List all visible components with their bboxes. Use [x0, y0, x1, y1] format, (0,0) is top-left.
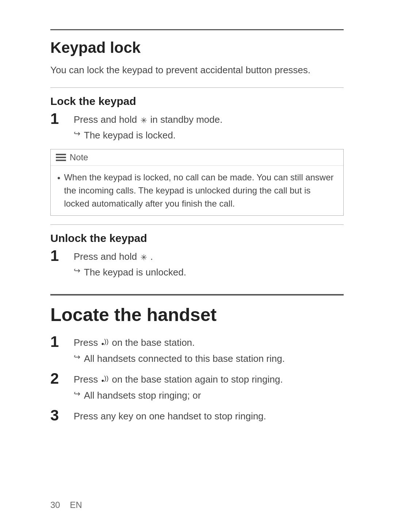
- note-body: • When the keypad is locked, no call can…: [51, 166, 343, 215]
- paging-icon-2: •)): [101, 373, 109, 387]
- locate-step-1-content: Press •)) on the base station. ↪ All han…: [74, 336, 344, 366]
- lock-keypad-subtitle: Lock the keypad: [50, 95, 344, 107]
- lock-subsection-rule: [50, 87, 344, 88]
- locate-step-3-content: Press any key on one handset to stop rin…: [74, 409, 344, 423]
- lock-step-1-row: 1 Press and hold ✳ in standby mode. ↪ Th…: [50, 113, 344, 142]
- language-label: EN: [70, 500, 82, 510]
- locate-step-3-row: 3 Press any key on one handset to stop r…: [50, 409, 344, 423]
- page-footer: 30 EN: [50, 500, 82, 510]
- keypad-lock-title: Keypad lock: [50, 39, 344, 56]
- locate-step-1-number: 1: [50, 334, 68, 349]
- locate-step-2-result-arrow: ↪: [74, 389, 80, 399]
- star-lock-icon: ✳: [140, 114, 147, 126]
- locate-step-1-result-arrow: ↪: [74, 352, 80, 362]
- footer-separator: [62, 500, 67, 510]
- note-label: Note: [70, 152, 88, 163]
- note-lines-icon: [56, 154, 66, 161]
- keypad-lock-description: You can lock the keypad to prevent accid…: [50, 63, 344, 77]
- top-rule: [50, 29, 344, 30]
- unlock-step-1-result: The keypad is unlocked.: [84, 265, 186, 279]
- note-header: Note: [51, 149, 343, 166]
- locate-step-2-text: Press •)) on the base station again to s…: [74, 374, 283, 385]
- locate-step-2-row: 2 Press •)) on the base station again to…: [50, 372, 344, 403]
- note-bullet: •: [57, 172, 60, 185]
- note-line-3: [56, 160, 66, 161]
- locate-step-1-result: All handsets connected to this base stat…: [84, 352, 285, 366]
- note-text: When the keypad is locked, no call can b…: [64, 171, 337, 210]
- major-rule: [50, 294, 344, 296]
- lock-step-1-text: Press and hold ✳ in standby mode.: [74, 114, 223, 125]
- lock-step-1-result: The keypad is locked.: [84, 128, 175, 142]
- unlock-step-1-text: Press and hold ✳ .: [74, 251, 153, 262]
- locate-handset-title: Locate the handset: [50, 304, 344, 325]
- lock-step-1-content: Press and hold ✳ in standby mode. ↪ The …: [74, 113, 344, 142]
- star-unlock-icon: ✳: [140, 251, 147, 263]
- unlock-step-1-row: 1 Press and hold ✳ . ↪ The keypad is unl…: [50, 250, 344, 279]
- unlock-step-1-number: 1: [50, 248, 68, 263]
- paging-icon-1: •)): [101, 336, 109, 350]
- locate-step-1-text: Press •)) on the base station.: [74, 337, 195, 348]
- locate-step-1-row: 1 Press •)) on the base station. ↪ All h…: [50, 336, 344, 366]
- unlock-subsection-rule: [50, 224, 344, 225]
- locate-step-2-content: Press •)) on the base station again to s…: [74, 372, 344, 403]
- locate-step-3-number: 3: [50, 408, 68, 423]
- note-line-1: [56, 154, 66, 155]
- unlock-result-arrow: ↪: [74, 266, 80, 275]
- lock-result-arrow: ↪: [74, 129, 80, 138]
- page-number: 30: [50, 500, 60, 510]
- locate-step-2-number: 2: [50, 371, 68, 386]
- lock-step-1-number: 1: [50, 111, 68, 126]
- unlock-keypad-subtitle: Unlock the keypad: [50, 232, 344, 245]
- locate-step-2-result: All handsets stop ringing; or: [84, 388, 201, 403]
- note-line-2: [56, 157, 66, 158]
- unlock-step-1-content: Press and hold ✳ . ↪ The keypad is unloc…: [74, 250, 344, 279]
- note-item: • When the keypad is locked, no call can…: [57, 171, 337, 210]
- locate-step-3-text: Press any key on one handset to stop rin…: [74, 411, 266, 422]
- note-box: Note • When the keypad is locked, no cal…: [50, 149, 344, 216]
